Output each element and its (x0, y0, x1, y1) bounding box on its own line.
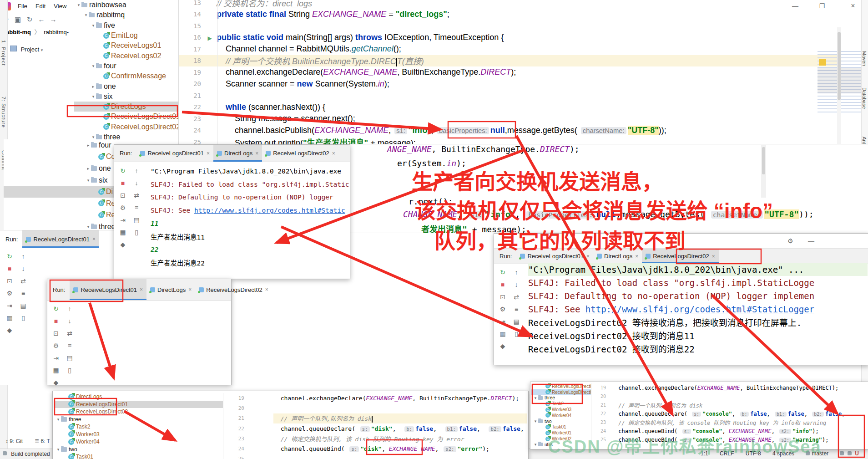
tree-item-one[interactable]: ▸one (4, 163, 114, 174)
camera-icon[interactable]: ⊡ (49, 327, 63, 340)
toolwindow-git-button[interactable]: ↕ 9: Git (5, 438, 23, 444)
tree-item-rabbitmq[interactable]: ▾rabbitmq (74, 10, 178, 20)
layout-icon[interactable]: ▦ (3, 312, 16, 324)
console-output[interactable]: "C:\Program Files\Java\jdk1.8.0_202\bin\… (151, 165, 349, 269)
wrap-icon[interactable]: ⇄ (130, 189, 143, 202)
close-icon[interactable]: × (92, 236, 96, 242)
up-icon[interactable]: ↑ (63, 303, 76, 315)
toolwindow-project-button[interactable]: 1: Project (1, 40, 6, 66)
tree-item-worker03[interactable]: CWorker03 (531, 407, 591, 413)
tree-item-re[interactable]: CRe (4, 198, 114, 209)
chevron-down-icon[interactable]: ▾ (83, 13, 89, 17)
rerun-icon[interactable]: ↻ (116, 165, 130, 177)
chevron-down-icon[interactable]: ▾ (56, 447, 61, 452)
print-icon[interactable]: ▤ (130, 214, 143, 226)
pin-icon[interactable]: ◆ (3, 324, 16, 337)
rerun-icon[interactable]: ↻ (496, 266, 510, 279)
close-icon[interactable]: × (712, 253, 715, 260)
stop-icon[interactable]: ■ (116, 177, 130, 189)
tree-item-two[interactable]: ▾two (531, 418, 591, 424)
close-icon[interactable]: × (332, 150, 335, 157)
tree-item-receivelogs02[interactable]: CReceiveLogs02 (74, 51, 178, 61)
camera-icon[interactable]: ⊡ (3, 275, 16, 287)
tree-item-one[interactable]: ▸one (74, 81, 178, 91)
settings-icon[interactable]: ⚙ (3, 287, 16, 300)
settings-icon[interactable]: ⚙ (116, 202, 130, 214)
tree-item-di[interactable]: CDi (4, 186, 114, 198)
rerun-icon[interactable]: ↻ (49, 303, 63, 315)
tree-item-task2[interactable]: CTask2 (531, 401, 591, 407)
scroll-icon[interactable]: ≡ (510, 303, 523, 316)
hector-icon[interactable] (848, 451, 852, 455)
chevron-down-icon[interactable]: ▾ (91, 64, 96, 68)
layout-icon[interactable]: ▦ (49, 364, 63, 377)
close-icon[interactable]: × (207, 150, 210, 157)
wrap-icon[interactable]: ⇄ (510, 291, 523, 303)
print-icon[interactable]: ▤ (510, 316, 523, 328)
tree-item-task01[interactable]: CTask01 (531, 424, 591, 430)
up-icon[interactable]: ↑ (16, 250, 30, 263)
down-icon[interactable]: ↓ (130, 177, 143, 189)
run-tab-receivelogsdirect02[interactable]: ReceiveLogsDirect02× (262, 145, 339, 162)
chevron-down-icon[interactable]: ▾ (533, 419, 538, 423)
toolbar-icon[interactable]: ↻ (24, 13, 35, 26)
trash-icon[interactable]: ▯ (130, 226, 143, 239)
chevron-down-icon[interactable]: ▾ (91, 135, 96, 139)
tree-item-co[interactable]: CCo (4, 151, 114, 163)
layout-icon[interactable]: ▦ (116, 226, 130, 239)
chevron-down-icon[interactable]: ▾ (533, 396, 538, 400)
chevron-down-icon[interactable]: ▾ (86, 178, 91, 183)
scroll-icon[interactable]: ≡ (16, 287, 30, 300)
chevron-down-icon[interactable]: ▾ (56, 417, 61, 422)
tree-item-re[interactable]: CRe (4, 209, 114, 221)
tree-item-directlogs[interactable]: CDirectLogs (74, 102, 178, 112)
tree-item-three[interactable]: ▾three (54, 416, 223, 423)
trash-icon[interactable]: ▯ (16, 312, 30, 324)
tree-item-receivelogsdirect01[interactable]: CReceiveLogsDirect01 (54, 401, 223, 408)
stop-icon[interactable]: ■ (49, 315, 63, 327)
camera-icon[interactable]: ⊡ (496, 291, 510, 303)
tree-item-four[interactable]: ▾four (74, 61, 178, 71)
toolwindow-structure-button[interactable]: 7: Structure (1, 97, 6, 128)
tree-item-receivelogsdirect01[interactable]: CReceiveLogsDirect01 (74, 112, 178, 122)
tree-item-worker04[interactable]: CWorker04 (531, 413, 591, 418)
tree-item-task2[interactable]: CTask2 (54, 423, 223, 431)
grid-icon[interactable] (3, 451, 7, 455)
collapse-icon[interactable]: — (808, 237, 814, 245)
up-icon[interactable]: ↑ (510, 266, 523, 279)
exit-icon[interactable]: ⇥ (116, 214, 130, 226)
run-tab-receivelogsdirect01[interactable]: ReceiveLogsDirect01× (70, 279, 146, 300)
tree-item-receivelogs01[interactable]: CReceiveLogs01 (74, 41, 178, 51)
trash-icon[interactable]: ▯ (510, 328, 523, 340)
tree-item-receivelogsdirect02[interactable]: CReceiveLogsDirect02 (531, 389, 591, 395)
tree-item-receivelogsdirect02[interactable]: CReceiveLogsDirect02 (74, 122, 178, 132)
run-tab-receivelogsdirect01[interactable]: ReceiveLogsDirect01× (22, 230, 99, 248)
tree-item-two[interactable]: ▾two (54, 446, 223, 454)
toolbar-icon[interactable]: ← (35, 13, 47, 26)
toolwindow-maven-button[interactable]: Maven (862, 51, 867, 66)
chevron-down-icon[interactable]: ▾ (91, 94, 96, 99)
close-button[interactable]: × (843, 0, 863, 13)
chevron-down-icon[interactable]: ▾ (86, 224, 91, 229)
tree-item-emitlog[interactable]: CEmitLog (74, 31, 178, 41)
pin-icon[interactable]: ◆ (496, 340, 510, 352)
run-tab-receivelogsdirect01[interactable]: ReceiveLogsDirect01× (136, 145, 213, 162)
stop-icon[interactable]: ■ (496, 279, 510, 291)
toolbar-icon[interactable]: → (47, 13, 59, 26)
wrap-icon[interactable]: ⇄ (16, 275, 30, 287)
chevron-down-icon[interactable]: ▾ (91, 23, 96, 28)
toolwindow-todo-button[interactable]: ≣ 6: T (35, 438, 50, 444)
tree-item-six[interactable]: ▾six (74, 92, 178, 102)
tree-item-six[interactable]: ▾six (4, 174, 114, 186)
menu-item[interactable]: View (54, 0, 66, 13)
toolwindow-database-button[interactable]: Database (862, 87, 867, 109)
scroll-icon[interactable]: ≡ (63, 340, 76, 352)
settings-icon[interactable]: ⚙ (496, 303, 510, 316)
up-icon[interactable]: ↑ (130, 165, 143, 177)
stop-icon[interactable]: ■ (3, 263, 16, 275)
exit-icon[interactable]: ⇥ (496, 316, 510, 328)
chevron-right-icon[interactable]: ▸ (86, 143, 91, 148)
down-icon[interactable]: ↓ (510, 279, 523, 291)
console-output[interactable]: "C:\Program Files\Java\jdk1.8.0_202\bin\… (528, 263, 868, 355)
pin-icon[interactable]: ◆ (49, 377, 63, 389)
